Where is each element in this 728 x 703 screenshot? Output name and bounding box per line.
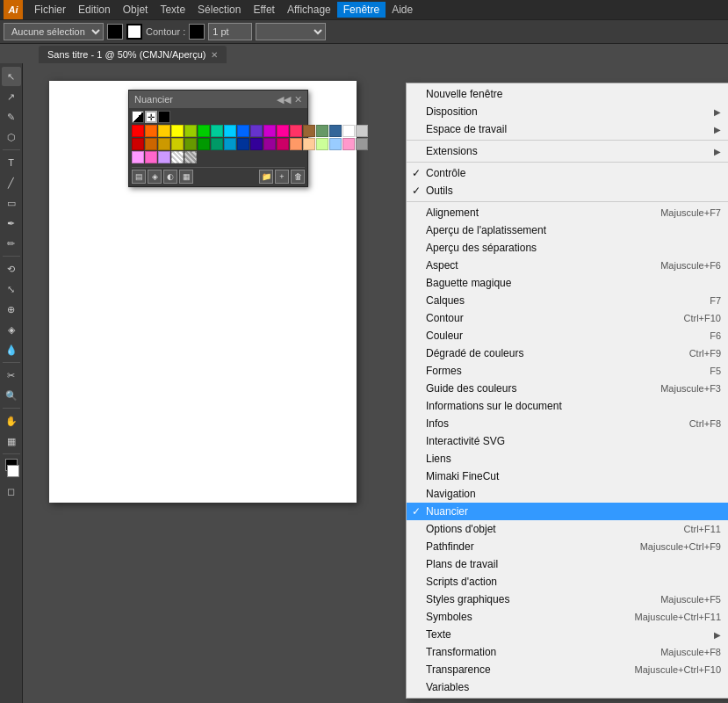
- tool-line[interactable]: ╱: [2, 173, 21, 192]
- nuancier-show-gradient-swatches[interactable]: ◐: [163, 170, 177, 184]
- nuancier-new-color-group[interactable]: 📁: [259, 170, 273, 184]
- menu-texte[interactable]: Texte ▶: [407, 626, 728, 643]
- tool-scissors[interactable]: ✂: [2, 366, 21, 385]
- menu-apercu-separations[interactable]: Aperçu des séparations: [407, 239, 728, 257]
- tool-artboard[interactable]: ▦: [2, 431, 21, 451]
- menu-aide[interactable]: Aide: [386, 2, 419, 18]
- menu-styles-graphiques[interactable]: Styles graphiques Majuscule+F5: [407, 591, 728, 608]
- tool-scale[interactable]: ⤡: [2, 279, 21, 299]
- swatch[interactable]: [263, 125, 276, 137]
- swatch[interactable]: [329, 138, 342, 150]
- menu-espace-travail[interactable]: Espace de travail ▶: [407, 120, 728, 138]
- swatch-registration[interactable]: ✛: [145, 111, 157, 123]
- menu-scripts-action[interactable]: Scripts d'action: [407, 573, 728, 591]
- nuancier-delete-swatch[interactable]: 🗑: [291, 170, 305, 184]
- swatch[interactable]: [250, 138, 263, 150]
- menu-selection[interactable]: Sélection: [191, 2, 247, 18]
- swatch[interactable]: [198, 138, 210, 150]
- swatch[interactable]: [132, 151, 144, 163]
- stroke-color-swatch[interactable]: [189, 24, 205, 40]
- stroke-color-tool[interactable]: [7, 465, 19, 477]
- swatch[interactable]: [211, 125, 223, 137]
- swatch[interactable]: [316, 138, 328, 150]
- menu-interactivite-svg[interactable]: Interactivité SVG: [407, 432, 728, 450]
- tool-rectangle[interactable]: ▭: [2, 193, 21, 213]
- swatch[interactable]: [277, 138, 289, 150]
- nuancier-close-btn[interactable]: ✕: [294, 94, 302, 105]
- swatch[interactable]: [356, 125, 368, 137]
- menu-objet[interactable]: Objet: [117, 2, 155, 18]
- menu-variables[interactable]: Variables: [407, 678, 728, 696]
- menu-transparence[interactable]: Transparence Majuscule+Ctrl+F10: [407, 661, 728, 678]
- menu-infos[interactable]: Infos Ctrl+F8: [407, 415, 728, 432]
- menu-edition[interactable]: Edition: [72, 2, 117, 18]
- menu-options-objet[interactable]: Options d'objet Ctrl+F11: [407, 520, 728, 538]
- tool-rotate[interactable]: ⟲: [2, 259, 21, 279]
- swatch[interactable]: [145, 125, 157, 137]
- menu-nouvelle-fenetre[interactable]: Nouvelle fenêtre: [407, 85, 728, 103]
- swatch[interactable]: [171, 125, 184, 137]
- tool-zoom[interactable]: 🔍: [2, 386, 21, 405]
- nuancier-new-swatch[interactable]: +: [275, 170, 289, 184]
- menu-formes[interactable]: Formes F5: [407, 362, 728, 380]
- menu-pathfinder[interactable]: Pathfinder Majuscule+Ctrl+F9: [407, 538, 728, 555]
- menu-degrade-couleurs[interactable]: Dégradé de couleurs Ctrl+F9: [407, 344, 728, 362]
- menu-aspect[interactable]: Aspect Majuscule+F6: [407, 257, 728, 274]
- tool-gradient[interactable]: ◈: [2, 320, 21, 339]
- tool-hand[interactable]: ✋: [2, 411, 21, 431]
- menu-disposition[interactable]: Disposition ▶: [407, 103, 728, 120]
- swatch[interactable]: [290, 125, 302, 137]
- swatch[interactable]: [211, 138, 223, 150]
- menu-calques[interactable]: Calques F7: [407, 292, 728, 309]
- tool-selection[interactable]: ↖: [2, 67, 21, 86]
- swatch[interactable]: [132, 138, 144, 150]
- swatch[interactable]: [263, 138, 276, 150]
- swatch[interactable]: [132, 125, 144, 137]
- swatch[interactable]: [224, 125, 236, 137]
- swatch[interactable]: [237, 125, 249, 137]
- tool-eyedropper[interactable]: 💧: [2, 340, 21, 359]
- menu-plans-travail[interactable]: Plans de travail: [407, 555, 728, 573]
- swatch[interactable]: [145, 151, 157, 163]
- menu-nuancier[interactable]: ✓ Nuancier: [407, 503, 728, 520]
- nuancier-show-pattern-swatches[interactable]: ▦: [179, 170, 193, 184]
- stroke-width-input[interactable]: [208, 23, 252, 40]
- swatch[interactable]: [237, 138, 249, 150]
- tool-blend[interactable]: ⊕: [2, 300, 21, 319]
- swatch-pattern2[interactable]: [184, 151, 197, 163]
- swatch-black[interactable]: [158, 111, 170, 123]
- swatch[interactable]: [250, 125, 263, 137]
- stroke-options-dropdown[interactable]: [256, 23, 326, 40]
- stroke-swatch[interactable]: [126, 24, 142, 40]
- tool-pen[interactable]: ✎: [2, 107, 21, 127]
- menu-guide-couleurs[interactable]: Guide des couleurs Majuscule+F3: [407, 380, 728, 397]
- swatch[interactable]: [184, 125, 197, 137]
- swatch[interactable]: [171, 138, 184, 150]
- swatch[interactable]: [145, 138, 157, 150]
- tool-type[interactable]: T: [2, 153, 21, 172]
- swatch[interactable]: [224, 138, 236, 150]
- swatch[interactable]: [158, 151, 170, 163]
- nuancier-header[interactable]: Nuancier ◀◀ ✕: [129, 91, 307, 108]
- swatch[interactable]: [342, 125, 355, 137]
- menu-info-document[interactable]: Informations sur le document: [407, 397, 728, 415]
- tool-screen-mode[interactable]: ◻: [2, 482, 21, 501]
- swatch[interactable]: [329, 125, 342, 137]
- menu-symboles[interactable]: Symboles Majuscule+Ctrl+F11: [407, 608, 728, 626]
- menu-extensions[interactable]: Extensions ▶: [407, 142, 728, 160]
- swatch-none[interactable]: [132, 111, 144, 123]
- menu-effet[interactable]: Effet: [247, 2, 280, 18]
- swatch[interactable]: [303, 125, 315, 137]
- menu-baguette-magique[interactable]: Baguette magique: [407, 274, 728, 292]
- menu-affichage[interactable]: Affichage: [281, 2, 337, 18]
- tool-direct-selection[interactable]: ↗: [2, 87, 21, 106]
- menu-outils[interactable]: ✓ Outils: [407, 182, 728, 199]
- menu-mimaki-finecut[interactable]: Mimaki FineCut: [407, 467, 728, 485]
- tool-shape[interactable]: ⬡: [2, 127, 21, 147]
- swatch[interactable]: [158, 138, 170, 150]
- menu-liens[interactable]: Liens: [407, 450, 728, 467]
- swatch[interactable]: [303, 138, 315, 150]
- menu-transformation[interactable]: Transformation Majuscule+F8: [407, 643, 728, 661]
- fill-swatch[interactable]: [107, 24, 123, 40]
- swatch[interactable]: [184, 138, 197, 150]
